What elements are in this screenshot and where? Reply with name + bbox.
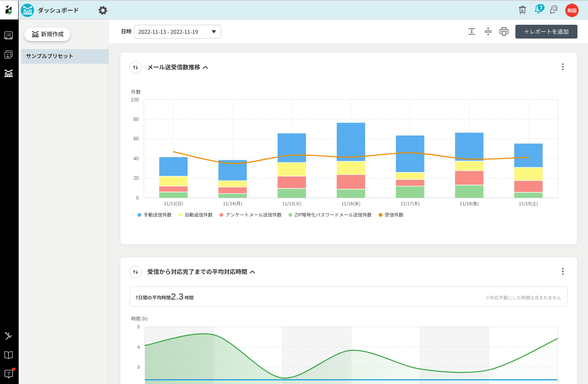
svg-text:100: 100 [131, 97, 139, 103]
svg-text:2.3: 2.3 [171, 291, 183, 302]
svg-text:40: 40 [134, 156, 139, 162]
svg-text:20: 20 [134, 175, 139, 181]
svg-text:5: 5 [137, 324, 140, 329]
svg-text:4: 4 [137, 345, 140, 349]
svg-text:60: 60 [134, 136, 139, 142]
svg-text:80: 80 [134, 116, 139, 122]
svg-text:?: ? [7, 371, 11, 377]
svg-text:0: 0 [136, 195, 139, 201]
svg-text:3: 3 [137, 365, 140, 369]
